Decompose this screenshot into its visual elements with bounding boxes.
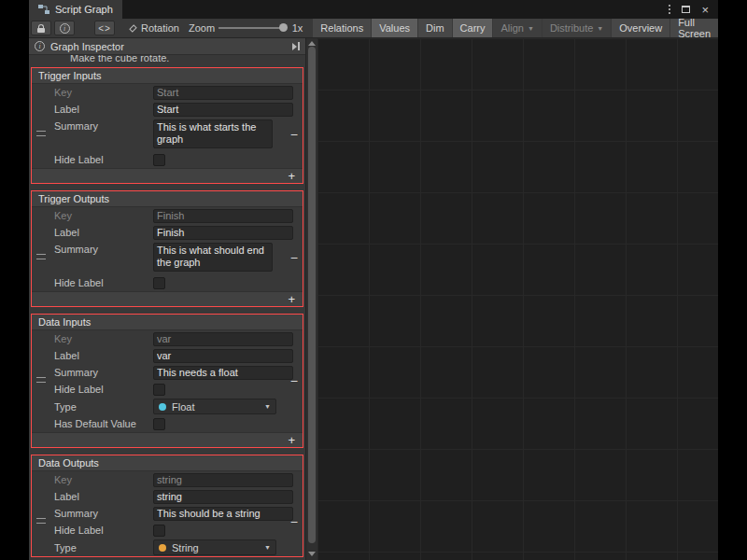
align-button: Align▼: [493, 19, 541, 37]
drag-handle[interactable]: [36, 518, 46, 524]
dock-icon[interactable]: [292, 42, 300, 50]
drag-handle[interactable]: [36, 131, 46, 136]
label-label: Label: [32, 491, 153, 502]
summary-field[interactable]: [153, 366, 293, 380]
add-port-button[interactable]: +: [288, 170, 295, 182]
label-field[interactable]: [153, 349, 293, 363]
key-label: Key: [32, 87, 153, 98]
code-icon: <>: [98, 23, 111, 34]
label-field[interactable]: [153, 226, 293, 240]
type-label: Type: [32, 542, 153, 553]
label-label: Label: [32, 104, 153, 115]
hide-label-label: Hide Label: [32, 384, 153, 395]
summary-label: Summary: [32, 367, 153, 378]
drag-handle[interactable]: [36, 377, 46, 383]
summary-label: Summary: [32, 243, 153, 255]
hide-label-checkbox[interactable]: [153, 277, 165, 289]
label-field[interactable]: [153, 103, 293, 117]
type-label: Type: [32, 401, 153, 413]
add-port-button[interactable]: +: [288, 434, 295, 446]
close-icon[interactable]: ×: [701, 4, 709, 16]
relations-button[interactable]: Relations: [313, 19, 371, 37]
summary-field[interactable]: This is what should end the graph: [153, 243, 273, 272]
hide-label-checkbox[interactable]: [153, 525, 165, 537]
maximize-icon[interactable]: [682, 6, 690, 13]
lock-icon: [37, 28, 45, 33]
carry-button[interactable]: Carry: [453, 19, 493, 37]
section-data-inputs: Data Inputs Key Label Summary Hide Label…: [31, 314, 303, 448]
add-port-button[interactable]: +: [288, 293, 295, 305]
key-field[interactable]: [153, 332, 293, 346]
tab-label: Script Graph: [55, 4, 113, 15]
scroll-up-icon[interactable]: [308, 41, 316, 46]
chevron-down-icon: ▼: [597, 25, 603, 32]
graph-canvas[interactable]: [317, 38, 718, 560]
label-field[interactable]: [153, 490, 293, 504]
label-label: Label: [32, 350, 153, 361]
overview-button[interactable]: Overview: [612, 19, 669, 37]
drag-handle[interactable]: [36, 254, 46, 259]
scroll-down-icon[interactable]: [308, 552, 316, 556]
script-graph-icon: [38, 5, 49, 14]
summary-label: Summary: [32, 508, 153, 519]
zoom-label: Zoom: [189, 22, 215, 34]
type-value: Float: [172, 401, 194, 413]
summary-field[interactable]: This is what starts the graph: [153, 119, 273, 148]
inspector-sections: Trigger Inputs Key Label Summary This is…: [29, 67, 305, 560]
remove-port-button[interactable]: −: [290, 251, 298, 264]
info-icon: i: [35, 41, 45, 51]
rotation-label: Rotation: [141, 22, 179, 34]
type-dropdown[interactable]: String ▼: [153, 539, 276, 555]
code-button[interactable]: <>: [94, 21, 115, 35]
zoom-slider[interactable]: [218, 27, 285, 29]
zoom-slider-knob[interactable]: [279, 23, 288, 32]
key-label: Key: [32, 333, 153, 344]
type-dropdown[interactable]: Float ▼: [153, 399, 276, 414]
hide-label-checkbox[interactable]: [153, 154, 165, 166]
key-field[interactable]: [153, 473, 293, 487]
info-icon: i: [60, 23, 70, 34]
key-field[interactable]: [153, 209, 293, 223]
dim-button[interactable]: Dim: [418, 19, 452, 37]
toolbar: i <> Rotation Zoom 1x Relations Values D…: [29, 19, 718, 38]
key-label: Key: [32, 474, 153, 485]
hide-label-label: Hide Label: [32, 154, 153, 165]
tab-script-graph[interactable]: Script Graph: [29, 0, 122, 19]
rotation-icon: [129, 24, 136, 32]
menu-kebab-icon[interactable]: [669, 5, 670, 14]
lock-button[interactable]: [31, 21, 51, 35]
remove-port-button[interactable]: −: [290, 515, 298, 528]
toolbar-button-group: Relations Values Dim Carry Align▼ Distri…: [312, 19, 718, 37]
remove-port-button[interactable]: −: [290, 128, 298, 141]
graph-inspector-header: i Graph Inspector: [29, 38, 305, 55]
add-row: +: [32, 291, 303, 306]
summary-label: Summary: [32, 119, 153, 132]
hide-label-checkbox[interactable]: [153, 384, 165, 396]
info-button[interactable]: i: [54, 21, 75, 35]
add-row: +: [32, 168, 303, 183]
section-title: Data Inputs: [32, 315, 303, 330]
remove-port-button[interactable]: −: [290, 374, 298, 387]
has-default-value-label: Has Default Value: [32, 418, 153, 429]
has-default-value-checkbox[interactable]: [153, 418, 165, 430]
section-data-outputs: Data Outputs Key Label Summary Hide Labe…: [31, 455, 303, 557]
float-type-dot: [159, 403, 166, 411]
graph-inspector-panel: i Graph Inspector Make the cube rotate. …: [29, 38, 305, 560]
key-label: Key: [32, 210, 153, 221]
fullscreen-button[interactable]: Full Screen: [670, 19, 718, 37]
zoom-value: 1x: [292, 22, 303, 34]
values-button[interactable]: Values: [372, 19, 417, 37]
add-row: +: [32, 432, 303, 447]
summary-field[interactable]: [153, 507, 293, 521]
section-trigger-outputs: Trigger Outputs Key Label Summary This i…: [31, 190, 303, 307]
key-field[interactable]: [153, 86, 293, 100]
section-trigger-inputs: Trigger Inputs Key Label Summary This is…: [31, 67, 303, 184]
chevron-down-icon: ▼: [264, 544, 271, 551]
inspector-scrollbar[interactable]: [305, 38, 317, 560]
label-label: Label: [32, 227, 153, 238]
unity-window: Script Graph × i <> Rotation Zoom 1x Rel…: [29, 0, 718, 560]
type-value: String: [172, 542, 199, 553]
scrollbar-thumb[interactable]: [308, 47, 316, 543]
graph-description-clipped: Make the cube rotate.: [29, 55, 305, 67]
string-type-dot: [159, 544, 166, 552]
